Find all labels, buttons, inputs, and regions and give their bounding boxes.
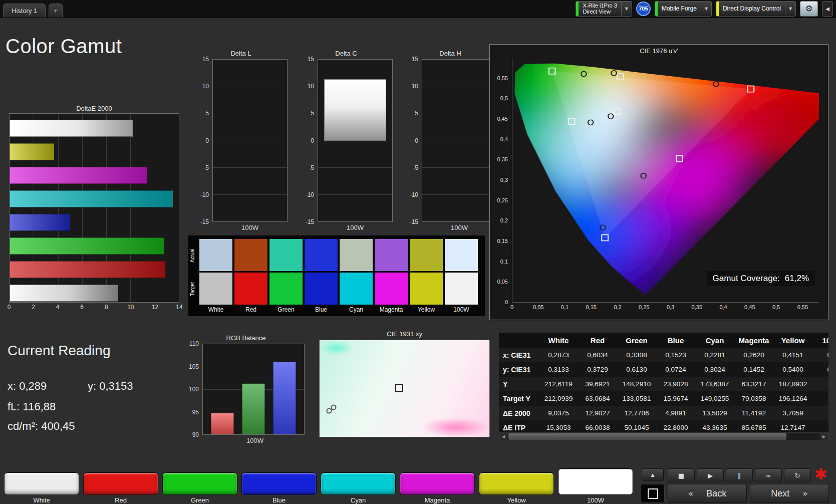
gridline — [213, 141, 287, 141]
pause-button[interactable]: ‖ — [726, 468, 753, 482]
column-header: Blue — [656, 336, 695, 345]
patch-button-cyan[interactable]: Cyan — [321, 468, 396, 504]
table-row: Y212,611939,6921148,291023,9028173,63876… — [499, 377, 828, 391]
patch-swatch — [479, 472, 554, 495]
x-tick-label: 0,15 — [586, 304, 597, 310]
settings-button[interactable]: ⚙ — [800, 1, 818, 17]
rgb-bar-red — [211, 413, 234, 434]
patch-button-blue[interactable]: Blue — [241, 468, 317, 504]
alert-asterisk-icon[interactable]: ✱ — [811, 465, 831, 483]
table-cell: 133,0581 — [617, 395, 656, 402]
swatch-label: 100W — [445, 306, 478, 313]
actual-vs-target-swatch-strip: ActualTarget WhiteRedGreenBlueCyanMagent… — [188, 235, 485, 316]
measurement-table-grid: WhiteRedGreenBlueCyanMagentaYellow100Wx:… — [499, 333, 828, 432]
scroll-up-button[interactable]: ▲ — [642, 468, 664, 481]
target-swatch — [340, 273, 373, 305]
y-tick-label: 0,3 — [500, 177, 508, 183]
play-icon: ▶ — [708, 472, 713, 479]
scroll-left-button[interactable]: ◀ — [499, 433, 507, 440]
y-tick-label: 0 — [311, 137, 314, 144]
y-tick-label: 110 — [189, 340, 199, 347]
target-swatch — [234, 273, 267, 305]
stop-button[interactable]: ■ — [668, 468, 695, 482]
patch-label: 100W — [558, 496, 633, 504]
y-tick-label: 100 — [189, 386, 199, 393]
patch-button-100w[interactable]: 100W — [558, 468, 633, 504]
y-tick-label: -15 — [200, 218, 209, 225]
patch-button-yellow[interactable]: Yellow — [479, 468, 554, 504]
column-header: 100W — [812, 336, 828, 345]
table-cell: 40 — [812, 395, 828, 402]
patch-swatch — [4, 472, 79, 495]
actual-swatch — [445, 239, 478, 271]
patch-button-green[interactable]: Green — [162, 468, 237, 504]
next-label: Next — [771, 488, 789, 499]
next-button[interactable]: Next » — [750, 484, 829, 503]
x-tick-label: 0,5 — [772, 304, 780, 310]
chevron-down-icon: ▼ — [621, 2, 632, 16]
meter-dropdown[interactable]: X-Rite i1Pro 3 Direct View ▼ — [576, 1, 632, 17]
chromaticity-diagram — [512, 58, 819, 302]
y-tick-label: 0,5 — [500, 95, 508, 101]
patch-button-magenta[interactable]: Magenta — [400, 468, 475, 504]
back-button[interactable]: « Back — [668, 484, 747, 503]
patch-label: Red — [83, 496, 158, 504]
table-cell: 13,5029 — [695, 409, 734, 417]
x-tick-label: 0,4 — [719, 304, 727, 310]
add-tab-button[interactable]: + — [49, 4, 63, 18]
history-tab[interactable]: History 1 — [3, 4, 46, 18]
loop-button[interactable]: ∞ — [755, 468, 782, 482]
scrollbar-track[interactable] — [786, 433, 820, 440]
source-dropdown[interactable]: Mobile Forge ▼ — [655, 1, 712, 17]
table-row: ΔE 20009,037512,902712,77064,989113,5029… — [499, 406, 828, 420]
y-tick-label: 15 — [308, 56, 314, 63]
display-window-button[interactable] — [641, 484, 665, 503]
scroll-right-button[interactable]: ▶ — [820, 433, 828, 440]
y-tick-label: 15 — [412, 56, 418, 63]
table-cell: 40 — [812, 380, 828, 388]
top-bar: History 1 + X-Rite i1Pro 3 Direct View ▼… — [0, 0, 836, 18]
measurement-table: WhiteRedGreenBlueCyanMagentaYellow100Wx:… — [499, 333, 828, 432]
refresh-button[interactable]: ↻ — [784, 468, 811, 482]
target-swatch — [375, 273, 408, 305]
collapse-panel-button[interactable]: ◀ — [822, 1, 833, 17]
swatch-row-label: Actual — [190, 239, 197, 272]
history-tab-label: History 1 — [12, 7, 37, 15]
x-axis-labels: 00,050,10,150,20,250,30,350,40,450,50,55 — [512, 304, 818, 312]
table-cell: 22,8000 — [656, 424, 695, 431]
rgb-bar-green — [242, 383, 265, 434]
y-tick-label: 0,2 — [500, 217, 508, 223]
patch-selector-row: WhiteRedGreenBlueCyanMagentaYellow100W — [4, 468, 633, 504]
x-tick-label: 0 — [8, 304, 11, 311]
swatch-label: White — [199, 306, 232, 313]
patch-swatch — [558, 468, 633, 495]
row-label: Y — [499, 380, 539, 388]
display-control-dropdown[interactable]: Direct Display Control ▼ — [716, 1, 796, 17]
play-button[interactable]: ▶ — [697, 468, 724, 482]
y-tick-label: 10 — [308, 83, 314, 90]
y-tick-label: 0,55 — [497, 75, 508, 81]
patch-button-white[interactable]: White — [4, 468, 79, 504]
measurement-count-badge[interactable]: 705 — [636, 2, 651, 16]
column-header: Red — [578, 336, 617, 345]
meter-mode: Direct View — [583, 9, 617, 15]
deltae-bar-red — [10, 261, 165, 278]
reading-x: x: 0,289 — [8, 380, 47, 393]
scrollbar-thumb[interactable] — [508, 433, 786, 440]
x-tick-label: 0,2 — [614, 304, 621, 310]
table-cell: 10 — [812, 409, 828, 417]
y-tick-label: 0,4 — [500, 136, 508, 142]
table-horizontal-scrollbar[interactable]: ◀ ▶ — [499, 433, 828, 440]
swatch-column-red: Red — [234, 239, 267, 313]
table-cell: 15,9674 — [656, 395, 695, 402]
table-cell: 12,7706 — [617, 409, 656, 417]
y-tick-label: 0,35 — [497, 156, 508, 162]
column-header: Magenta — [734, 336, 773, 345]
table-cell: 0,6034 — [578, 351, 617, 359]
scroll-left-icon: ◀ — [502, 434, 505, 439]
patch-swatch — [321, 472, 396, 495]
target-marker — [395, 384, 403, 392]
rgb-balance-plot-area — [202, 344, 305, 435]
y-tick-label: -5 — [203, 164, 209, 171]
patch-button-red[interactable]: Red — [83, 468, 158, 504]
